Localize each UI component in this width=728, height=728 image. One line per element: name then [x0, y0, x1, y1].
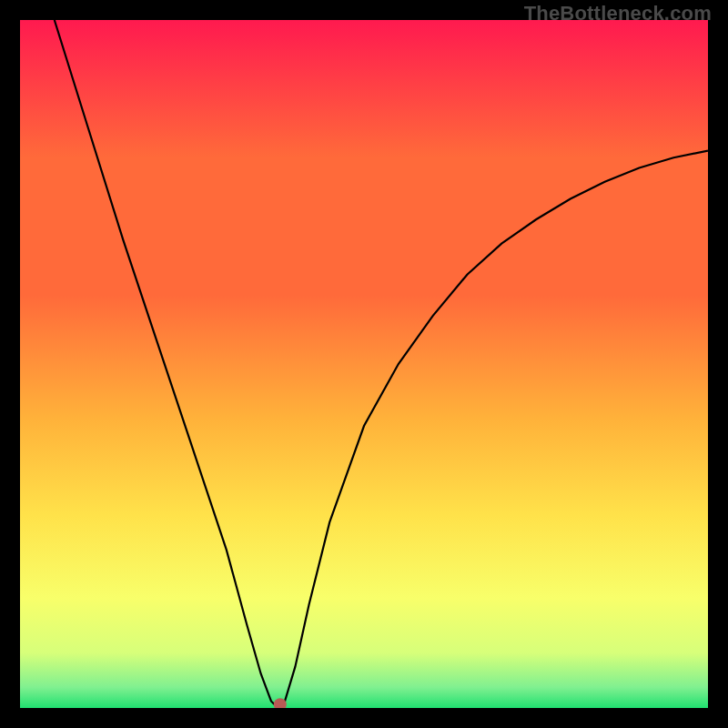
- gradient-background: [20, 20, 708, 708]
- plot-area: [20, 20, 708, 708]
- plot-frame: [20, 20, 708, 708]
- chart-container: TheBottleneck.com: [0, 0, 728, 728]
- watermark-text: TheBottleneck.com: [524, 2, 712, 25]
- chart-svg: [20, 20, 708, 708]
